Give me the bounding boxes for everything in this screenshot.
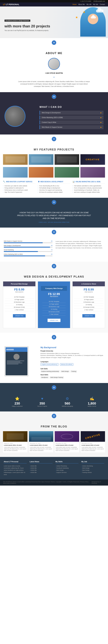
heart-icon: ♥	[37, 396, 47, 401]
skill-bar-fill-1	[4, 242, 43, 243]
footer-bottom: The WordPress theme is built within a te…	[0, 480, 108, 486]
price-features-2: 25 PSD Template 10 Page system 30 Busine…	[41, 299, 67, 317]
footer-news-4[interactable]: Article title	[30, 472, 53, 474]
project-thumb-1[interactable]	[3, 154, 28, 165]
price-btn-2[interactable]: ORDER THIS	[48, 319, 60, 322]
soft-skills-list: Explore Working productively Web Design …	[41, 370, 104, 372]
blog-title: FROM THE BLOG	[3, 425, 105, 428]
blog-body-4: December 03, 2016 Lorem ipsum dolor sit …	[81, 442, 105, 452]
mockup-line-3	[7, 363, 22, 363]
gear-icon: ⚙	[62, 396, 73, 401]
blog-excerpt-4: Lorem ipsum dolor sit amet, consectetur …	[82, 446, 104, 452]
stat-4: ✍ 1,800 Written Words	[88, 396, 96, 407]
projects-thumbnails-2	[3, 167, 105, 178]
blog-card-4[interactable]: CREATIVE December 03, 2016 Lorem ipsum d…	[81, 431, 105, 452]
price-btn-3[interactable]: ORDER THIS	[82, 314, 95, 318]
desktop-icon: 🖥	[38, 180, 40, 183]
stat-num-3: 560	[62, 402, 73, 406]
skill-bar-bg-2	[4, 247, 53, 248]
skill-bar-fill-2	[4, 247, 50, 248]
skill-arrow-3: ▶	[101, 122, 102, 123]
footer-job-1: Article Advertising	[81, 465, 105, 467]
footer-job-col: My Job Article Advertising Web Design Ne…	[81, 461, 105, 476]
pricing-grid: Personal Web Design F$ 8.99 PER MONTH 15…	[3, 281, 105, 328]
skill-item-1[interactable]: Web Design & Development ▶	[40, 111, 104, 115]
creative-blog-label: CREATIVE	[85, 433, 101, 440]
footer-news-2[interactable]: Article title	[30, 467, 53, 469]
degree-detail: Business Administration, Marketing, Fina…	[41, 354, 104, 358]
price-feature-2-1: 25 PSD Template	[43, 300, 66, 303]
project-thumb-4[interactable]: CREATIVE	[80, 154, 105, 165]
mockup-logo	[6, 349, 14, 350]
price-feature-1-6: 1 Year contract	[5, 308, 34, 311]
price-features-1: 15 PSD Template 10 Page system 20 Busine…	[3, 294, 35, 313]
project-thumb-3[interactable]	[54, 154, 79, 165]
nav-life[interactable]: My Life	[87, 4, 91, 5]
hero-subheadline: You can see it via PayPal post to my web…	[4, 30, 73, 31]
skill-arrow-4: ▶	[101, 126, 102, 128]
project-thumb-7[interactable]	[54, 167, 79, 178]
divider-circle-5: ▼	[52, 230, 56, 234]
skill-item-4[interactable]: Web Master & Support Service ▶	[40, 125, 104, 129]
skill-item-2[interactable]: Online Marketing (SEO & SEM) ▶	[40, 116, 104, 120]
blog-date-2: November 02, 2016	[30, 443, 53, 444]
skill-bar-1: Web Master & Support Service 80	[4, 240, 53, 243]
hard-skill-2: Web Design Training	[50, 376, 64, 378]
footer-skill-4: Support Services	[55, 472, 78, 474]
hero-image: ★ ★	[78, 7, 108, 36]
project-thumb-6[interactable]	[29, 167, 54, 178]
background-info: My Background Punjab University Business…	[41, 346, 104, 379]
project-thumb-5[interactable]	[3, 167, 28, 178]
projects-thumbnails: CREATIVE	[3, 154, 105, 165]
proj-desc-list-2: From downloading the file & virus Full w…	[38, 185, 70, 193]
languages-block: Languages English (Good proficiency) Bah…	[41, 361, 104, 366]
project-thumb-8[interactable]	[80, 167, 105, 178]
price-btn-1[interactable]: ORDER THIS	[13, 314, 26, 318]
blog-post-title-1: Lorem ipsum dolor sit amet	[4, 444, 27, 446]
project-thumb-2[interactable]	[29, 154, 54, 165]
nav-contact[interactable]: Contact	[100, 4, 105, 5]
price-feature-1-3: 20 Business Logo	[5, 301, 34, 304]
blog-img-1	[3, 431, 27, 442]
nav-home[interactable]: Home	[73, 4, 77, 5]
languages-title: Languages	[41, 361, 104, 362]
blog-excerpt-1: Lorem ipsum dolor sit amet, consectetur …	[4, 446, 27, 452]
divider-1: ▼	[0, 38, 108, 47]
soft-skills-block: Soft Skills Explore Working productively…	[41, 368, 104, 372]
wrench-icon: 🔧	[3, 180, 5, 183]
skill-arrow-2: ▶	[101, 117, 102, 118]
about-name: I AM STEVE MARTIN	[9, 72, 99, 74]
price-features-3: 15 PSD Template 10 Page system 10 Busine…	[73, 294, 105, 313]
site-header: LT LT PERSONAL Home About Me My Life My …	[0, 2, 108, 6]
university-name: Punjab University	[41, 350, 104, 352]
mockup-text-lines	[7, 360, 26, 364]
price-name-1: Personal Web Design	[5, 283, 34, 285]
stat-label-3: Website Managing	[62, 406, 73, 407]
footer-skills-list: Adobe Photoshop Facebook Marketing Web D…	[55, 465, 78, 474]
nav-job[interactable]: My Job	[93, 4, 98, 5]
price-feature-2-6: 1 Year contract	[43, 313, 66, 316]
blog-card-3[interactable]: December 03, 2016 Lorem ipsum dolor sit …	[55, 431, 79, 452]
price-header-3: e-Commerce Store	[73, 282, 105, 286]
skill-item-3[interactable]: Content Copy & Write ▶	[40, 120, 104, 124]
divider-circle-8: ▼	[52, 385, 56, 390]
proj-desc-item-2-4: 60 Hours for wording & website related	[38, 191, 70, 193]
proj-desc-item-1-2: Fixing website for webmaster fix	[3, 187, 36, 189]
blog-card-2[interactable]: November 02, 2016 Lorem ipsum dolor sit …	[29, 431, 54, 452]
about-avatar	[48, 58, 60, 70]
footer-news-3[interactable]: Article title	[30, 469, 53, 471]
footer-news-1[interactable]: Article title	[30, 465, 53, 467]
proj-desc-item-3-3: Social Marketing on Facebook, Twitter, e…	[72, 189, 105, 191]
stat-num-4: 1,800	[88, 402, 96, 406]
mockup-content	[5, 352, 27, 375]
footer-news-list: Article title Article title Article titl…	[30, 465, 53, 474]
hero-content: Excellence product & design showcase wit…	[0, 15, 78, 36]
nav-about[interactable]: About Me	[78, 4, 85, 5]
divider-2: ▼	[0, 92, 108, 101]
blog-card-1[interactable]: August 01, 2016 Lorem ipsum dolor sit am…	[3, 431, 27, 452]
blog-excerpt-3: Lorem ipsum dolor sit amet, consectetur …	[56, 446, 78, 452]
hard-skill-1: Wordpress	[41, 376, 49, 378]
proj-desc-item-1-1: Overview up to date for entire website	[3, 185, 36, 187]
price-per-2: PER MONTH	[43, 296, 66, 297]
creative-label: CREATIVE	[86, 158, 100, 161]
